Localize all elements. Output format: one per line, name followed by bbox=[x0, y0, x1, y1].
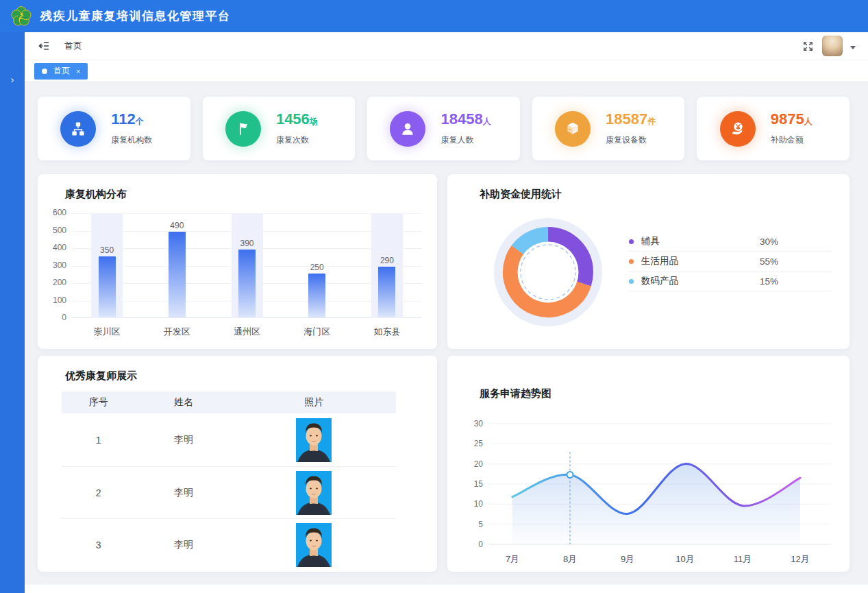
bar-value-label: 490 bbox=[156, 221, 197, 230]
axis-tick-label: 400 bbox=[39, 243, 66, 252]
legend-item[interactable]: 生活用品55% bbox=[629, 252, 832, 271]
org-chart-icon bbox=[60, 111, 96, 147]
bar bbox=[99, 256, 116, 317]
highlight-marker bbox=[567, 472, 573, 478]
chevron-right-icon[interactable]: › bbox=[0, 73, 25, 85]
line-chart-card: 服务申请趋势图 0510152025307月8月9月10月11月12月 bbox=[447, 356, 850, 572]
axis-tick-label: 20 bbox=[474, 459, 484, 469]
chevron-down-icon[interactable] bbox=[850, 46, 856, 49]
legend-dot bbox=[629, 239, 634, 244]
axis-category-label: 9月 bbox=[621, 554, 634, 564]
legend-item[interactable]: 辅具30% bbox=[629, 232, 832, 252]
table-header-row: 序号 姓名 照片 bbox=[62, 391, 396, 413]
axis-category-label: 海门区 bbox=[288, 326, 346, 338]
dashboard-content: 112个 康复机构数 1456场 康复 bbox=[25, 82, 868, 585]
therapists-table: 序号 姓名 照片 1 李明 bbox=[62, 391, 396, 570]
cell-name: 李明 bbox=[135, 539, 232, 551]
legend-dot bbox=[629, 259, 634, 264]
menu-fold-icon[interactable] bbox=[37, 39, 51, 53]
toolbar: 首页 bbox=[25, 32, 868, 60]
cell-serial: 3 bbox=[62, 540, 135, 550]
tab-home[interactable]: 首页 × bbox=[34, 63, 88, 80]
stat-value: 18587 bbox=[606, 110, 647, 128]
stat-unit: 件 bbox=[647, 117, 656, 126]
bar bbox=[169, 232, 186, 317]
legend-value: 30% bbox=[760, 237, 832, 247]
bar-value-label: 250 bbox=[297, 263, 338, 272]
legend-value: 15% bbox=[760, 276, 832, 287]
axis-category-label: 崇川区 bbox=[78, 326, 136, 338]
axis-category-label: 通州区 bbox=[219, 326, 276, 338]
stat-card-people: 18458人 康复人数 bbox=[367, 97, 520, 160]
axis-category-label: 10月 bbox=[675, 554, 694, 564]
axis-tick-label: 15 bbox=[474, 479, 484, 489]
app-window: 残疾儿童康复培训信息化管理平台 › 首页 bbox=[0, 0, 868, 593]
donut-chart-card: 补助资金使用统计 辅具30%生活用品55%数码产品15% bbox=[447, 174, 850, 349]
axis-tick-label: 100 bbox=[39, 295, 66, 305]
therapists-table-card: 优秀康复师展示 序号 姓名 照片 1 李明 bbox=[38, 356, 437, 572]
stat-value: 112 bbox=[111, 110, 136, 128]
axis-category-label: 12月 bbox=[791, 554, 809, 564]
legend-label: 生活用品 bbox=[641, 255, 760, 267]
fullscreen-icon[interactable] bbox=[801, 39, 815, 53]
bar bbox=[308, 274, 325, 317]
therapist-photo bbox=[296, 418, 332, 462]
stat-label: 康复次数 bbox=[276, 134, 332, 146]
bar bbox=[378, 267, 395, 317]
user-avatar[interactable] bbox=[822, 36, 843, 56]
page-title: 残疾儿童康复培训信息化管理平台 bbox=[40, 8, 231, 24]
stat-value: 18458 bbox=[441, 110, 482, 128]
sidebar-rail: › bbox=[0, 32, 25, 593]
stat-unit: 场 bbox=[310, 117, 318, 126]
user-icon bbox=[390, 111, 425, 147]
table-row: 2 李明 bbox=[62, 466, 396, 518]
legend-label: 数码产品 bbox=[641, 275, 760, 287]
stat-card-devices: 18587件 康复设备数 bbox=[532, 97, 685, 160]
cell-serial: 2 bbox=[62, 487, 135, 498]
therapist-photo bbox=[296, 523, 332, 567]
stat-unit: 人 bbox=[483, 117, 491, 126]
stat-card-subsidy: 9875人 补助金额 bbox=[697, 97, 850, 160]
tab-close-icon[interactable]: × bbox=[76, 67, 80, 75]
chart-title: 补助资金使用统计 bbox=[480, 188, 562, 201]
stat-card-institutions: 112个 康复机构数 bbox=[38, 97, 190, 160]
stat-card-sessions: 1456场 康复次数 bbox=[203, 97, 356, 160]
tab-active-dot bbox=[42, 69, 47, 74]
therapist-photo bbox=[296, 471, 332, 515]
money-hand-icon bbox=[720, 111, 756, 147]
axis-category-label: 如东县 bbox=[358, 326, 416, 338]
axis-tick-label: 10 bbox=[474, 499, 484, 509]
bar-chart-card: 康复机构分布 350崇川区490开发区390通州区250海门区290如东县 01… bbox=[38, 174, 437, 349]
app-header: 残疾儿童康复培训信息化管理平台 bbox=[0, 0, 868, 32]
breadcrumb[interactable]: 首页 bbox=[64, 40, 82, 52]
axis-category-label: 8月 bbox=[563, 554, 577, 564]
axis-tick-label: 5 bbox=[478, 520, 483, 529]
column-header: 姓名 bbox=[135, 396, 232, 409]
bar-chart-plot: 350崇川区490开发区390通州区250海门区290如东县 bbox=[72, 213, 422, 318]
axis-tick-label: 0 bbox=[39, 313, 66, 322]
box-icon bbox=[555, 111, 591, 147]
axis-category-label: 开发区 bbox=[148, 326, 206, 338]
stats-row: 112个 康复机构数 1456场 康复 bbox=[38, 97, 850, 160]
table-title: 优秀康复师展示 bbox=[65, 370, 137, 383]
line-chart: 0510152025307月8月9月10月11月12月 bbox=[454, 407, 845, 572]
stat-label: 康复人数 bbox=[441, 134, 497, 146]
tab-label: 首页 bbox=[53, 65, 70, 77]
axis-tick-label: 300 bbox=[39, 261, 66, 270]
cell-name: 李明 bbox=[135, 487, 232, 499]
donut-legend: 辅具30%生活用品55%数码产品15% bbox=[629, 232, 832, 291]
legend-label: 辅具 bbox=[641, 235, 760, 247]
stat-unit: 人 bbox=[804, 117, 813, 126]
bar-value-label: 290 bbox=[367, 256, 408, 265]
chart-title: 康复机构分布 bbox=[65, 188, 127, 201]
column-header: 序号 bbox=[62, 396, 135, 409]
legend-item[interactable]: 数码产品15% bbox=[629, 271, 832, 291]
cell-name: 李明 bbox=[135, 434, 232, 446]
stat-label: 康复设备数 bbox=[606, 134, 662, 146]
bar-value-label: 350 bbox=[86, 245, 127, 255]
flag-icon bbox=[225, 111, 261, 147]
stat-value: 9875 bbox=[771, 110, 804, 128]
bar-value-label: 390 bbox=[227, 239, 268, 248]
axis-tick-label: 30 bbox=[474, 419, 484, 428]
donut-chart bbox=[493, 217, 603, 327]
